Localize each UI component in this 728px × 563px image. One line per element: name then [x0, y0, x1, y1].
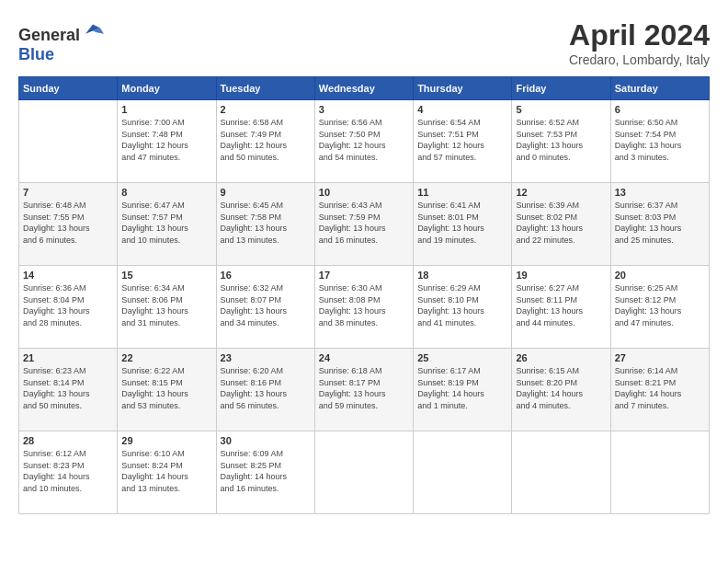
day-number: 24: [319, 352, 409, 363]
calendar-cell: 14Sunrise: 6:36 AM Sunset: 8:04 PM Dayli…: [19, 266, 118, 349]
day-number: 7: [23, 187, 113, 198]
calendar-week-row: 1Sunrise: 7:00 AM Sunset: 7:48 PM Daylig…: [19, 100, 710, 183]
calendar-cell: 4Sunrise: 6:54 AM Sunset: 7:51 PM Daylig…: [414, 100, 512, 183]
day-number: 10: [319, 187, 409, 198]
calendar-cell: 26Sunrise: 6:15 AM Sunset: 8:20 PM Dayli…: [512, 349, 610, 431]
calendar-table: SundayMondayTuesdayWednesdayThursdayFrid…: [18, 76, 710, 514]
day-info: Sunrise: 6:39 AM Sunset: 8:02 PM Dayligh…: [516, 200, 606, 246]
calendar-cell: 5Sunrise: 6:52 AM Sunset: 7:53 PM Daylig…: [512, 100, 610, 183]
calendar-cell: 9Sunrise: 6:45 AM Sunset: 7:58 PM Daylig…: [216, 183, 314, 266]
calendar-cell: 29Sunrise: 6:10 AM Sunset: 8:24 PM Dayli…: [118, 431, 216, 514]
calendar-cell: 7Sunrise: 6:48 AM Sunset: 7:55 PM Daylig…: [19, 183, 118, 266]
day-info: Sunrise: 6:56 AM Sunset: 7:50 PM Dayligh…: [319, 117, 409, 163]
day-info: Sunrise: 6:22 AM Sunset: 8:15 PM Dayligh…: [121, 365, 211, 411]
weekday-header-saturday: Saturday: [610, 77, 709, 100]
day-number: 19: [516, 270, 606, 281]
day-number: 3: [319, 104, 409, 115]
calendar-cell: 20Sunrise: 6:25 AM Sunset: 8:12 PM Dayli…: [610, 266, 709, 349]
day-number: 26: [516, 352, 606, 363]
day-info: Sunrise: 6:30 AM Sunset: 8:08 PM Dayligh…: [319, 282, 409, 328]
calendar-cell: 16Sunrise: 6:32 AM Sunset: 8:07 PM Dayli…: [216, 266, 314, 349]
day-info: Sunrise: 6:10 AM Sunset: 8:24 PM Dayligh…: [121, 448, 211, 494]
day-info: Sunrise: 6:34 AM Sunset: 8:06 PM Dayligh…: [121, 282, 211, 328]
weekday-header-sunday: Sunday: [19, 77, 118, 100]
day-info: Sunrise: 6:47 AM Sunset: 7:57 PM Dayligh…: [121, 200, 211, 246]
day-number: 2: [221, 104, 311, 115]
day-info: Sunrise: 6:41 AM Sunset: 8:01 PM Dayligh…: [417, 200, 507, 246]
day-info: Sunrise: 6:48 AM Sunset: 7:55 PM Dayligh…: [23, 200, 113, 246]
day-number: 17: [319, 270, 409, 281]
day-number: 5: [516, 104, 606, 115]
day-info: Sunrise: 6:25 AM Sunset: 8:12 PM Dayligh…: [615, 282, 705, 328]
day-number: 25: [417, 352, 507, 363]
calendar-cell: 15Sunrise: 6:34 AM Sunset: 8:06 PM Dayli…: [118, 266, 216, 349]
day-number: 12: [516, 187, 606, 198]
day-number: 1: [121, 104, 211, 115]
calendar-cell: 24Sunrise: 6:18 AM Sunset: 8:17 PM Dayli…: [314, 349, 413, 431]
calendar-cell: [19, 100, 118, 183]
logo-bird-icon: [82, 18, 104, 40]
location-text: Credaro, Lombardy, Italy: [569, 52, 710, 67]
day-info: Sunrise: 6:52 AM Sunset: 7:53 PM Dayligh…: [516, 117, 606, 163]
calendar-cell: 30Sunrise: 6:09 AM Sunset: 8:25 PM Dayli…: [216, 431, 314, 514]
day-number: 23: [221, 352, 311, 363]
day-info: Sunrise: 7:00 AM Sunset: 7:48 PM Dayligh…: [121, 117, 211, 163]
calendar-cell: [610, 431, 709, 514]
day-info: Sunrise: 6:50 AM Sunset: 7:54 PM Dayligh…: [615, 117, 705, 163]
day-number: 15: [121, 270, 211, 281]
day-info: Sunrise: 6:37 AM Sunset: 8:03 PM Dayligh…: [615, 200, 705, 246]
day-info: Sunrise: 6:18 AM Sunset: 8:17 PM Dayligh…: [319, 365, 409, 411]
day-number: 9: [221, 187, 311, 198]
logo: General Blue: [18, 18, 104, 64]
logo-general-text: General: [18, 26, 80, 44]
calendar-cell: [512, 431, 610, 514]
calendar-week-row: 28Sunrise: 6:12 AM Sunset: 8:23 PM Dayli…: [19, 431, 710, 514]
day-info: Sunrise: 6:09 AM Sunset: 8:25 PM Dayligh…: [221, 448, 311, 494]
day-info: Sunrise: 6:58 AM Sunset: 7:49 PM Dayligh…: [221, 117, 311, 163]
calendar-cell: 25Sunrise: 6:17 AM Sunset: 8:19 PM Dayli…: [414, 349, 512, 431]
calendar-cell: 23Sunrise: 6:20 AM Sunset: 8:16 PM Dayli…: [216, 349, 314, 431]
calendar-week-row: 21Sunrise: 6:23 AM Sunset: 8:14 PM Dayli…: [19, 349, 710, 431]
calendar-cell: [414, 431, 512, 514]
calendar-cell: 13Sunrise: 6:37 AM Sunset: 8:03 PM Dayli…: [610, 183, 709, 266]
day-info: Sunrise: 6:43 AM Sunset: 7:59 PM Dayligh…: [319, 200, 409, 246]
logo-blue-text: Blue: [18, 45, 54, 63]
day-number: 16: [221, 270, 311, 281]
day-number: 11: [417, 187, 507, 198]
day-info: Sunrise: 6:17 AM Sunset: 8:19 PM Dayligh…: [417, 365, 507, 411]
day-number: 14: [23, 270, 113, 281]
calendar-cell: 27Sunrise: 6:14 AM Sunset: 8:21 PM Dayli…: [610, 349, 709, 431]
weekday-header-friday: Friday: [512, 77, 610, 100]
day-number: 18: [417, 270, 507, 281]
calendar-cell: 11Sunrise: 6:41 AM Sunset: 8:01 PM Dayli…: [414, 183, 512, 266]
day-number: 13: [615, 187, 705, 198]
calendar-cell: 21Sunrise: 6:23 AM Sunset: 8:14 PM Dayli…: [19, 349, 118, 431]
day-info: Sunrise: 6:23 AM Sunset: 8:14 PM Dayligh…: [23, 365, 113, 411]
day-info: Sunrise: 6:45 AM Sunset: 7:58 PM Dayligh…: [221, 200, 311, 246]
day-info: Sunrise: 6:54 AM Sunset: 7:51 PM Dayligh…: [417, 117, 507, 163]
calendar-week-row: 7Sunrise: 6:48 AM Sunset: 7:55 PM Daylig…: [19, 183, 710, 266]
day-number: 20: [615, 270, 705, 281]
calendar-week-row: 14Sunrise: 6:36 AM Sunset: 8:04 PM Dayli…: [19, 266, 710, 349]
weekday-header-tuesday: Tuesday: [216, 77, 314, 100]
day-number: 8: [121, 187, 211, 198]
day-info: Sunrise: 6:12 AM Sunset: 8:23 PM Dayligh…: [23, 448, 113, 494]
day-number: 6: [615, 104, 705, 115]
day-info: Sunrise: 6:27 AM Sunset: 8:11 PM Dayligh…: [516, 282, 606, 328]
calendar-cell: 8Sunrise: 6:47 AM Sunset: 7:57 PM Daylig…: [118, 183, 216, 266]
calendar-cell: 28Sunrise: 6:12 AM Sunset: 8:23 PM Dayli…: [19, 431, 118, 514]
title-section: April 2024 Credaro, Lombardy, Italy: [569, 18, 710, 67]
calendar-cell: 17Sunrise: 6:30 AM Sunset: 8:08 PM Dayli…: [314, 266, 413, 349]
day-number: 4: [417, 104, 507, 115]
calendar-cell: 10Sunrise: 6:43 AM Sunset: 7:59 PM Dayli…: [314, 183, 413, 266]
calendar-cell: 6Sunrise: 6:50 AM Sunset: 7:54 PM Daylig…: [610, 100, 709, 183]
weekday-header-wednesday: Wednesday: [314, 77, 413, 100]
logo-container: General Blue: [18, 18, 104, 64]
day-number: 28: [23, 435, 113, 446]
calendar-cell: 2Sunrise: 6:58 AM Sunset: 7:49 PM Daylig…: [216, 100, 314, 183]
day-info: Sunrise: 6:29 AM Sunset: 8:10 PM Dayligh…: [417, 282, 507, 328]
day-number: 22: [121, 352, 211, 363]
calendar-cell: 3Sunrise: 6:56 AM Sunset: 7:50 PM Daylig…: [314, 100, 413, 183]
weekday-header-monday: Monday: [118, 77, 216, 100]
month-title: April 2024: [569, 18, 710, 52]
